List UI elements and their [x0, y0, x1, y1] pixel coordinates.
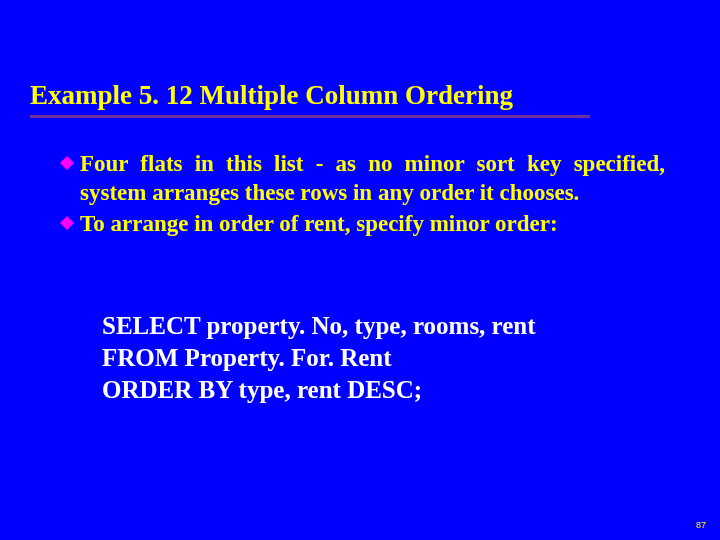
sql-code-block: SELECT property. No, type, rooms, rent F… [102, 310, 662, 406]
slide-title: Example 5. 12 Multiple Column Ordering [30, 80, 590, 111]
title-block: Example 5. 12 Multiple Column Ordering [30, 80, 590, 118]
title-underline [30, 115, 590, 118]
list-item: To arrange in order of rent, specify min… [60, 210, 665, 239]
svg-marker-1 [60, 216, 74, 230]
code-line: FROM Property. For. Rent [102, 342, 662, 374]
bullet-list: Four flats in this list - as no minor so… [60, 150, 665, 240]
page-number: 87 [696, 520, 706, 530]
code-line: SELECT property. No, type, rooms, rent [102, 310, 662, 342]
code-line: ORDER BY type, rent DESC; [102, 374, 662, 406]
slide: Example 5. 12 Multiple Column Ordering F… [0, 0, 720, 540]
bullet-text: To arrange in order of rent, specify min… [80, 210, 665, 239]
bullet-text: Four flats in this list - as no minor so… [80, 150, 665, 208]
list-item: Four flats in this list - as no minor so… [60, 150, 665, 208]
diamond-bullet-icon [60, 216, 74, 230]
diamond-bullet-icon [60, 156, 74, 170]
svg-marker-0 [60, 156, 74, 170]
